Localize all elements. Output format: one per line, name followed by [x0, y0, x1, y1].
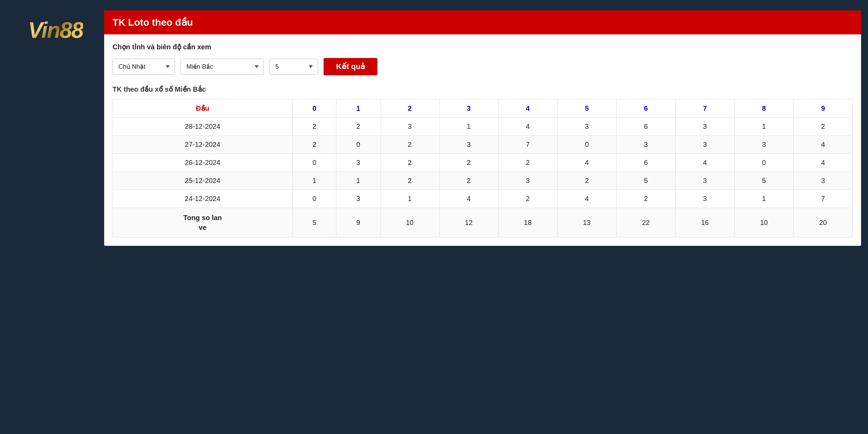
cell-val: 2: [439, 172, 498, 190]
th-dau: Đầu: [113, 99, 293, 118]
cell-val: 1: [292, 172, 336, 190]
cell-val: 4: [557, 154, 616, 172]
cell-val: 4: [675, 154, 734, 172]
cell-val: 2: [380, 172, 439, 190]
total-val: 20: [793, 208, 852, 237]
table-row: 28-12-20242231436312: [113, 118, 853, 136]
cell-val: 0: [292, 190, 336, 208]
table-row: 27-12-20242023703334: [113, 136, 853, 154]
total-val: 5: [292, 208, 336, 237]
cell-val: 3: [793, 172, 852, 190]
cell-val: 4: [793, 154, 852, 172]
cell-date: 27-12-2024: [113, 136, 293, 154]
th-8: 8: [734, 99, 793, 118]
cell-val: 3: [336, 190, 380, 208]
region-select[interactable]: Miền Bắc Miền Nam Miền Trung: [181, 59, 264, 75]
count-select[interactable]: 5 10 15 20: [269, 59, 318, 75]
cell-val: 2: [380, 154, 439, 172]
cell-val: 2: [793, 118, 852, 136]
cell-date: 25-12-2024: [113, 172, 293, 190]
th-3: 3: [439, 99, 498, 118]
total-val: 9: [336, 208, 380, 237]
total-val: 16: [675, 208, 734, 237]
table-subtitle: TK theo đầu xổ số Miền Bắc: [112, 85, 853, 93]
cell-val: 2: [498, 154, 557, 172]
day-select[interactable]: Chủ Nhật Thứ Hai Thứ Ba Thứ Tư Thứ Năm T…: [112, 59, 175, 75]
panel-body: Chọn tỉnh và biên độ cần xem Chủ Nhật Th…: [104, 34, 861, 246]
total-label: Tong so lanve: [113, 208, 293, 237]
th-9: 9: [793, 99, 852, 118]
data-table: Đầu 0 1 2 3 4 5 6 7 8 9 28-12-2024223143…: [112, 99, 853, 237]
cell-val: 3: [336, 154, 380, 172]
cell-val: 3: [380, 118, 439, 136]
cell-val: 4: [793, 136, 852, 154]
cell-date: 28-12-2024: [113, 118, 293, 136]
cell-val: 3: [675, 190, 734, 208]
total-val: 13: [557, 208, 616, 237]
cell-val: 3: [498, 172, 557, 190]
table-header-row: Đầu 0 1 2 3 4 5 6 7 8 9: [113, 99, 853, 118]
cell-val: 1: [734, 118, 793, 136]
cell-val: 1: [439, 118, 498, 136]
cell-val: 3: [557, 118, 616, 136]
total-row: Tong so lanve591012181322161020: [113, 208, 853, 237]
cell-val: 3: [439, 136, 498, 154]
cell-val: 0: [734, 154, 793, 172]
cell-val: 0: [336, 136, 380, 154]
logo: Vin88: [28, 17, 83, 43]
cell-val: 5: [616, 172, 675, 190]
cell-val: 1: [380, 190, 439, 208]
th-5: 5: [557, 99, 616, 118]
cell-val: 2: [557, 172, 616, 190]
cell-val: 2: [292, 136, 336, 154]
filter-label: Chọn tỉnh và biên độ cần xem: [112, 43, 853, 51]
cell-val: 2: [616, 190, 675, 208]
cell-val: 7: [498, 136, 557, 154]
th-6: 6: [616, 99, 675, 118]
cell-val: 6: [616, 154, 675, 172]
result-button[interactable]: Kết quả: [324, 58, 377, 75]
table-row: 26-12-20240322246404: [113, 154, 853, 172]
table-row: 25-12-20241122325353: [113, 172, 853, 190]
cell-val: 5: [734, 172, 793, 190]
panel-header: TK Loto theo đầu: [104, 10, 861, 34]
cell-val: 4: [439, 190, 498, 208]
main-panel: TK Loto theo đầu Chọn tỉnh và biên độ cầ…: [104, 10, 861, 246]
th-2: 2: [380, 99, 439, 118]
th-1: 1: [336, 99, 380, 118]
th-7: 7: [675, 99, 734, 118]
cell-val: 4: [498, 118, 557, 136]
filter-row: Chủ Nhật Thứ Hai Thứ Ba Thứ Tư Thứ Năm T…: [112, 58, 853, 75]
total-val: 10: [380, 208, 439, 237]
cell-date: 24-12-2024: [113, 190, 293, 208]
cell-val: 2: [292, 118, 336, 136]
cell-val: 3: [616, 136, 675, 154]
th-0: 0: [292, 99, 336, 118]
cell-val: 0: [557, 136, 616, 154]
total-val: 18: [498, 208, 557, 237]
cell-date: 26-12-2024: [113, 154, 293, 172]
cell-val: 2: [336, 118, 380, 136]
cell-val: 2: [439, 154, 498, 172]
cell-val: 1: [336, 172, 380, 190]
total-val: 22: [616, 208, 675, 237]
cell-val: 3: [675, 118, 734, 136]
panel-title: TK Loto theo đầu: [112, 17, 193, 28]
cell-val: 3: [675, 172, 734, 190]
logo-area: Vin88: [7, 7, 104, 53]
cell-val: 0: [292, 154, 336, 172]
cell-val: 4: [557, 190, 616, 208]
cell-val: 3: [675, 136, 734, 154]
cell-val: 6: [616, 118, 675, 136]
total-val: 12: [439, 208, 498, 237]
cell-val: 3: [734, 136, 793, 154]
total-val: 10: [734, 208, 793, 237]
cell-val: 2: [498, 190, 557, 208]
cell-val: 1: [734, 190, 793, 208]
cell-val: 2: [380, 136, 439, 154]
table-row: 24-12-20240314242317: [113, 190, 853, 208]
cell-val: 7: [793, 190, 852, 208]
th-4: 4: [498, 99, 557, 118]
